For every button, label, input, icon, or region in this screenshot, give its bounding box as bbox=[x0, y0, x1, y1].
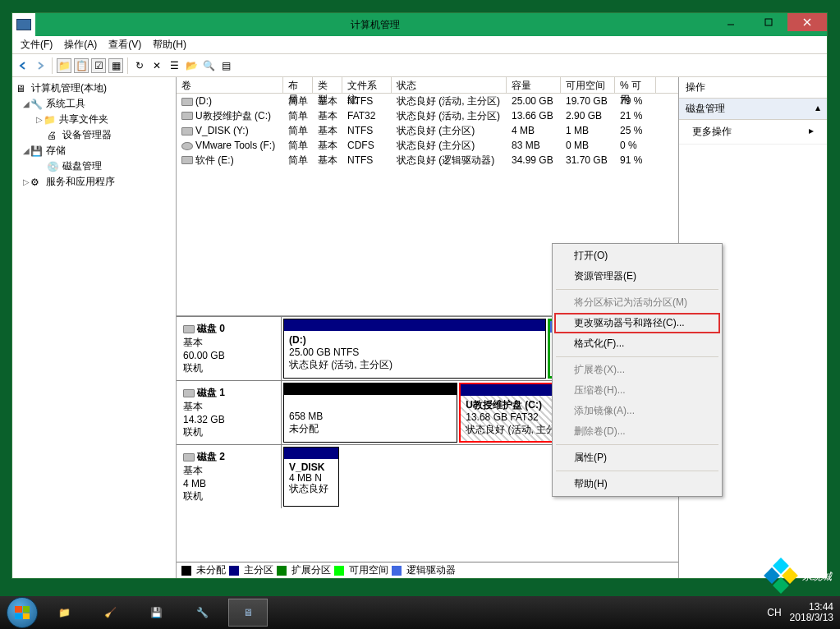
cm-mark-active: 将分区标记为活动分区(M) bbox=[554, 292, 720, 313]
menu-file[interactable]: 文件(F) bbox=[16, 36, 57, 53]
svg-rect-1 bbox=[765, 19, 772, 25]
volume-list-header[interactable]: 卷 布局 类型 文件系统 状态 容量 可用空间 % 可用 bbox=[177, 77, 678, 94]
legend-free: 可用空间 bbox=[349, 563, 388, 577]
window-icon bbox=[12, 13, 35, 36]
context-menu: 打开(O) 资源管理器(E) 将分区标记为活动分区(M) 更改驱动器号和路径(C… bbox=[552, 243, 723, 497]
cm-properties[interactable]: 属性(P) bbox=[554, 448, 720, 468]
legend-unallocated: 未分配 bbox=[196, 563, 226, 577]
volume-row[interactable]: VMware Tools (F:)简单基本CDFS状态良好 (主分区)83 MB… bbox=[177, 138, 678, 153]
legend-logical: 逻辑驱动器 bbox=[406, 563, 456, 577]
actions-more[interactable]: 更多操作▸ bbox=[679, 120, 827, 145]
nav-forward-icon[interactable] bbox=[33, 58, 48, 73]
col-type[interactable]: 类型 bbox=[313, 77, 342, 93]
cm-help[interactable]: 帮助(H) bbox=[554, 474, 720, 494]
taskbar-item-2[interactable]: 🧹 bbox=[90, 599, 130, 627]
cm-format[interactable]: 格式化(F)... bbox=[554, 333, 720, 354]
cm-open[interactable]: 打开(O) bbox=[554, 246, 720, 266]
system-tray[interactable]: CH 13:44 2018/3/13 bbox=[767, 602, 833, 623]
toolbar-btn-2[interactable]: 📋 bbox=[74, 58, 89, 73]
tree-storage[interactable]: ◢💾存储 bbox=[16, 143, 172, 158]
col-layout[interactable]: 布局 bbox=[283, 77, 313, 93]
cm-delete: 删除卷(D)... bbox=[554, 421, 720, 442]
menubar: 文件(F) 操作(A) 查看(V) 帮助(H) bbox=[12, 36, 827, 54]
close-button[interactable] bbox=[787, 13, 827, 31]
desktop-icons bbox=[2, 12, 11, 579]
col-status[interactable]: 状态 bbox=[392, 77, 507, 93]
taskbar: 📁 🧹 💾 🔧 🖥 CH 13:44 2018/3/13 bbox=[0, 596, 840, 629]
cm-mirror: 添加镜像(A)... bbox=[554, 401, 720, 421]
actions-header: 操作 bbox=[679, 77, 827, 99]
titlebar[interactable]: 计算机管理 bbox=[12, 13, 827, 36]
tree-services[interactable]: ▷⚙服务和应用程序 bbox=[16, 174, 172, 190]
toolbar-props-icon[interactable]: ☰ bbox=[167, 58, 181, 73]
taskbar-item-3[interactable]: 💾 bbox=[136, 599, 176, 627]
legend-extended: 扩展分区 bbox=[291, 563, 331, 577]
chevron-up-icon: ▴ bbox=[815, 102, 820, 116]
actions-diskmgmt[interactable]: 磁盘管理▴ bbox=[679, 99, 827, 120]
disk-2-partition-vdisk[interactable]: V_DISK4 MB N状态良好 bbox=[283, 447, 339, 507]
toolbar-btn-4[interactable]: ▦ bbox=[108, 58, 123, 73]
toolbar-x-icon[interactable]: ✕ bbox=[149, 58, 164, 73]
tree-root[interactable]: 🖥计算机管理(本地) bbox=[16, 80, 172, 96]
menu-action[interactable]: 操作(A) bbox=[59, 36, 102, 53]
tree-systools[interactable]: ◢🔧系统工具 bbox=[16, 96, 172, 112]
toolbar-refresh-icon[interactable]: ↻ bbox=[132, 58, 147, 73]
legend: 未分配 主分区 扩展分区 可用空间 逻辑驱动器 bbox=[177, 562, 678, 578]
taskbar-item-computer-mgmt[interactable]: 🖥 bbox=[228, 599, 268, 627]
cm-explorer[interactable]: 资源管理器(E) bbox=[554, 266, 720, 287]
col-pct[interactable]: % 可用 bbox=[615, 77, 656, 93]
nav-back-icon[interactable] bbox=[16, 58, 30, 73]
col-volume[interactable]: 卷 bbox=[177, 77, 283, 93]
disk-1-unallocated[interactable]: 658 MB未分配 bbox=[283, 383, 457, 443]
tree-shared[interactable]: ▷📁共享文件夹 bbox=[16, 112, 172, 127]
cm-extend: 扩展卷(X)... bbox=[554, 360, 720, 380]
menu-view[interactable]: 查看(V) bbox=[103, 36, 146, 53]
tree-diskmgmt[interactable]: 💿磁盘管理 bbox=[16, 158, 172, 174]
disk-2-label[interactable]: 磁盘 2 基本4 MB联机 bbox=[177, 445, 282, 508]
start-button[interactable] bbox=[7, 597, 38, 628]
tree-devmgr[interactable]: 🖨设备管理器 bbox=[16, 127, 172, 143]
toolbar-btn-1[interactable]: 📁 bbox=[57, 58, 71, 73]
taskbar-item-explorer[interactable]: 📁 bbox=[44, 599, 84, 627]
minimize-button[interactable] bbox=[712, 13, 750, 31]
toolbar-search-icon[interactable]: 🔍 bbox=[201, 58, 216, 73]
maximize-button[interactable] bbox=[750, 13, 787, 31]
chevron-right-icon: ▸ bbox=[809, 125, 814, 139]
col-fs[interactable]: 文件系统 bbox=[342, 77, 392, 93]
disk-0-label[interactable]: 磁盘 0 基本60.00 GB联机 bbox=[177, 317, 282, 380]
cm-change-letter[interactable]: 更改驱动器号和路径(C)... bbox=[554, 313, 720, 333]
taskbar-item-4[interactable]: 🔧 bbox=[182, 599, 222, 627]
disk-0-partition-d[interactable]: (D:)25.00 GB NTFS状态良好 (活动, 主分区) bbox=[283, 319, 546, 379]
cm-shrink: 压缩卷(H)... bbox=[554, 380, 720, 401]
legend-primary: 主分区 bbox=[244, 563, 273, 577]
watermark: 系统城 bbox=[763, 558, 832, 595]
toolbar-list-icon[interactable]: ▤ bbox=[218, 58, 233, 73]
menu-help[interactable]: 帮助(H) bbox=[148, 36, 191, 53]
window-title: 计算机管理 bbox=[39, 18, 712, 32]
toolbar-open-icon[interactable]: 📂 bbox=[184, 58, 199, 73]
tray-date[interactable]: 2018/3/13 bbox=[790, 613, 833, 623]
tray-lang[interactable]: CH bbox=[767, 607, 781, 618]
volume-row[interactable]: 软件 (E:)简单基本NTFS状态良好 (逻辑驱动器)34.99 GB31.70… bbox=[177, 153, 678, 168]
volume-row[interactable]: V_DISK (Y:)简单基本NTFS状态良好 (主分区)4 MB1 MB25 … bbox=[177, 123, 678, 138]
col-free[interactable]: 可用空间 bbox=[561, 77, 615, 93]
volume-row[interactable]: U教授维护盘 (C:)简单基本FAT32状态良好 (活动, 主分区)13.66 … bbox=[177, 108, 678, 123]
toolbar: 📁 📋 ☑ ▦ ↻ ✕ ☰ 📂 🔍 ▤ bbox=[12, 54, 827, 77]
disk-1-label[interactable]: 磁盘 1 基本14.32 GB联机 bbox=[177, 381, 282, 444]
volume-row[interactable]: (D:)简单基本NTFS状态良好 (活动, 主分区)25.00 GB19.70 … bbox=[177, 94, 678, 108]
col-cap[interactable]: 容量 bbox=[507, 77, 561, 93]
tree-panel: 🖥计算机管理(本地) ◢🔧系统工具 ▷📁共享文件夹 🖨设备管理器 ◢💾存储 💿磁… bbox=[12, 77, 177, 578]
toolbar-btn-3[interactable]: ☑ bbox=[91, 58, 106, 73]
